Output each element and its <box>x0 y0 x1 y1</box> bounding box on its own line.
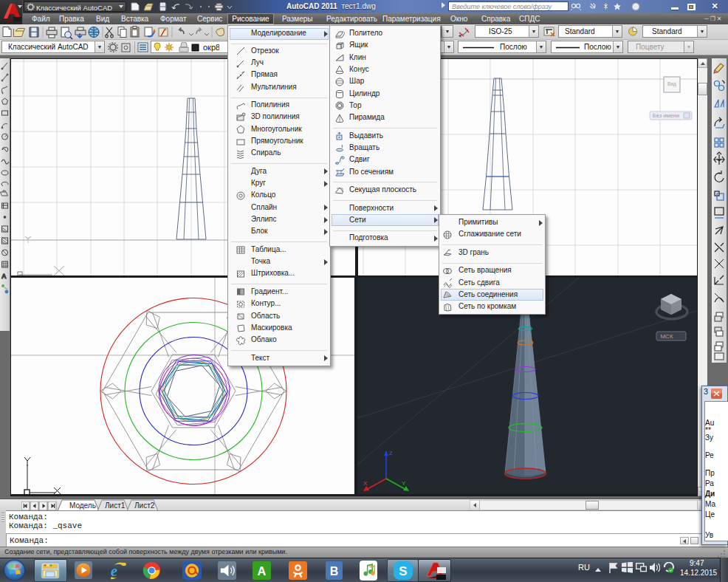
svg-text:Модель: Модель <box>69 501 96 510</box>
svg-text:окр8: окр8 <box>203 43 219 52</box>
svg-text:Y: Y <box>402 480 406 487</box>
svg-text:Лист1: Лист1 <box>105 501 126 510</box>
svg-text:Вид: Вид <box>667 81 676 87</box>
svg-text:МСК: МСК <box>660 333 673 340</box>
svg-text:Z: Z <box>389 450 393 456</box>
svg-text:В: В <box>330 565 339 578</box>
svg-text:X: X <box>363 480 368 487</box>
svg-text:A: A <box>1 273 7 280</box>
svg-text:A: A <box>258 564 267 578</box>
svg-text:e: e <box>111 563 117 579</box>
svg-text:Лист2: Лист2 <box>134 501 155 510</box>
svg-text:?: ? <box>634 4 638 10</box>
svg-text:Без имени: Без имени <box>653 112 679 119</box>
svg-text:S: S <box>399 564 407 578</box>
